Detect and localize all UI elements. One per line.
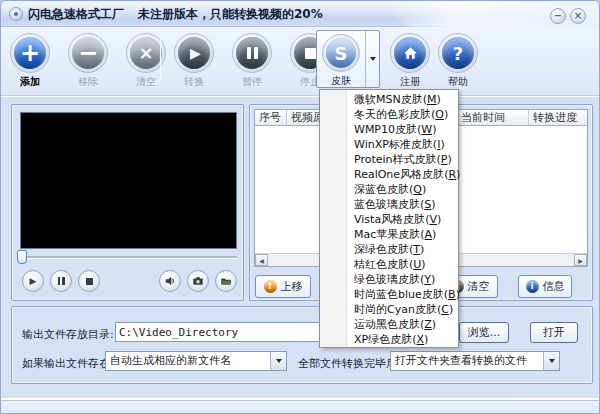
close-button[interactable]: × [570,8,586,24]
clear-cross-icon: × [138,44,153,62]
col-header-progress[interactable]: 转换进度 [529,110,587,125]
toolbar-separator [160,37,161,81]
move-up-label: 上移 [281,279,303,294]
help-question-icon: ? [453,43,463,64]
info-button[interactable]: i 信息 [518,275,572,298]
player-pause-button[interactable] [50,270,72,292]
pause-button-label: 暂停 [224,75,280,89]
open-label: 打开 [543,325,565,340]
col-header-time[interactable]: 当前时间 [457,110,529,125]
skin-menu-item[interactable]: 时尚蓝色blue皮肤(B) [320,287,458,302]
after-convert-select[interactable]: 打开文件夹查看转换的文件 [390,351,560,371]
window-title: 闪电急速格式工厂未注册版本，只能转换视频的20% [28,1,323,27]
help-button-label: 帮助 [430,75,486,89]
convert-button[interactable]: ▶ 转换 [166,33,222,89]
if-exists-select[interactable]: 自动生成相应的新文件名 [105,351,287,371]
stop-icon [305,48,316,59]
open-file-button[interactable] [215,270,237,292]
output-settings-panel: 输出文件存放目录: 浏览... 打开 如果输出文件存在: 自动生成相应的新文件名… [11,306,593,384]
player-play-button[interactable]: ▶ [22,270,44,292]
minimize-icon: − [554,10,562,21]
skin-button[interactable]: S 皮肤 [316,30,380,88]
remove-button-label: 移除 [60,75,116,89]
close-icon: × [574,10,582,21]
register-home-icon [402,45,419,62]
volume-button[interactable] [159,270,181,292]
browse-button[interactable]: 浏览... [459,322,509,343]
play-icon: ▶ [30,276,37,286]
help-button[interactable]: ? 帮助 [430,33,486,89]
if-exists-dropdown[interactable] [270,352,286,370]
pause-icon [58,277,65,285]
after-convert-label: 全部文件转换完毕后: [298,356,401,371]
info-icon: i [526,280,539,293]
app-window: 闪电急速格式工厂未注册版本，只能转换视频的20% − × + 添加 − 移除 ×… [0,0,600,414]
skin-menu-item[interactable]: 深蓝色皮肤(Q) [320,182,458,197]
video-preview [20,112,237,249]
remove-minus-icon: − [78,41,98,65]
pause-button[interactable]: 暂停 [224,33,280,89]
skin-menu-item[interactable]: 微软MSN皮肤(M) [320,92,458,107]
chevron-down-icon [370,57,376,61]
skin-menu-list: 微软MSN皮肤(M)冬天的色彩皮肤(O)WMP10皮肤(W)WinXP标准皮肤(… [320,92,458,347]
pause-icon [247,47,258,59]
open-folder-button[interactable]: 打开 [530,322,578,343]
chevron-down-icon [276,359,282,363]
skin-menu-item[interactable]: Protein样式皮肤(P) [320,152,458,167]
skin-dropdown-arrow[interactable] [365,31,379,87]
skin-menu-item[interactable]: 深绿色皮肤(T) [320,242,458,257]
scroll-left-arrow-icon[interactable]: ◀ [255,254,268,266]
player-stop-button[interactable] [78,270,100,292]
camera-icon [192,275,204,287]
skin-button-label: 皮肤 [317,74,365,88]
if-exists-value: 自动生成相应的新文件名 [106,352,270,370]
arrow-up-icon: ↑ [264,280,277,293]
titlebar: 闪电急速格式工厂未注册版本，只能转换视频的20% − × [1,1,599,27]
add-button-label: 添加 [2,75,58,89]
convert-play-icon: ▶ [187,45,201,61]
statusbar [1,400,599,414]
col-header-index[interactable]: 序号 [255,110,287,125]
seek-slider-track[interactable] [20,256,237,259]
skin-menu-item[interactable]: XP绿色皮肤(X) [320,332,458,347]
app-icon [9,7,23,21]
skin-menu-item[interactable]: 绿色玻璃皮肤(Y) [320,272,458,287]
browse-label: 浏览... [468,325,501,340]
info-label: 信息 [543,279,565,294]
skin-menu-item[interactable]: 蓝色玻璃皮肤(S) [320,197,458,212]
skin-menu-item[interactable]: 冬天的色彩皮肤(O) [320,107,458,122]
move-up-button[interactable]: ↑ 上移 [255,275,311,298]
skin-menu: 微软MSN皮肤(M)冬天的色彩皮肤(O)WMP10皮肤(W)WinXP标准皮肤(… [319,89,459,348]
skin-menu-item[interactable]: 时尚的Cyan皮肤(C) [320,302,458,317]
skin-menu-item[interactable]: Vista风格皮肤(V) [320,212,458,227]
skin-menu-item[interactable]: Mac苹果皮肤(A) [320,227,458,242]
app-name: 闪电急速格式工厂 [28,7,124,21]
video-preview-panel: ▶ [11,104,244,301]
after-convert-value: 打开文件夹查看转换的文件 [391,352,543,370]
minimize-button[interactable]: − [550,8,566,24]
add-button[interactable]: + 添加 [2,33,58,89]
volume-icon [164,275,176,287]
snapshot-button[interactable] [187,270,209,292]
skin-menu-item[interactable]: 桔红色皮肤(U) [320,257,458,272]
skin-menu-item[interactable]: WMP10皮肤(W) [320,122,458,137]
clear-label: 清空 [468,279,490,294]
remove-button[interactable]: − 移除 [60,33,116,89]
chevron-down-icon [549,359,555,363]
scroll-right-arrow-icon[interactable]: ▶ [574,254,587,266]
license-note: 未注册版本，只能转换视频的20% [138,7,323,21]
output-dir-label: 输出文件存放目录: [22,327,114,342]
toolbar: + 添加 − 移除 × 清空 ▶ 转换 暂停 停止 S 皮肤 [1,27,599,96]
seek-slider-thumb[interactable] [17,250,27,264]
skin-menu-item[interactable]: WinXP标准皮肤(I) [320,137,458,152]
skin-s-icon: S [335,43,348,64]
folder-icon [220,275,232,287]
if-exists-label: 如果输出文件存在: [22,356,114,371]
add-plus-icon: + [20,41,40,65]
convert-button-label: 转换 [166,75,222,89]
after-convert-dropdown[interactable] [543,352,559,370]
stop-icon [86,278,93,285]
skin-menu-item[interactable]: RealOne风格皮肤(R) [320,167,458,182]
skin-menu-item[interactable]: 运动黑色皮肤(Z) [320,317,458,332]
